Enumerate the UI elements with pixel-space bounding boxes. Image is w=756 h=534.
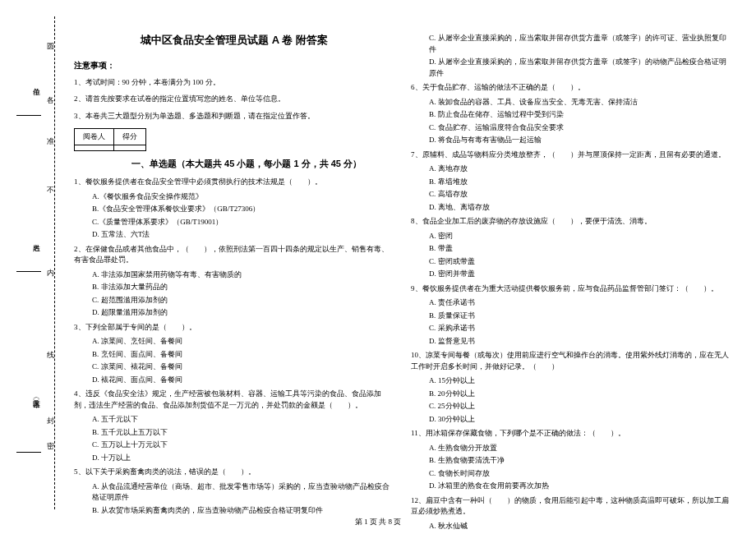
score-cell xyxy=(75,145,114,151)
q3-opt-a: A. 凉菜间、烹饪间、备餐间 xyxy=(92,336,394,348)
q3-stem: 3、下列全部属于专间的是（ ）。 xyxy=(74,322,394,334)
fill-line-1 xyxy=(16,115,41,116)
q10-opt-a: A. 15分钟以上 xyxy=(429,375,731,387)
q7-opt-b: B. 靠墙堆放 xyxy=(429,177,731,188)
q9-stem: 9、餐饮服务提供者在为重大活动提供餐饮服务前，应与食品药品监督管部门签订：（ ）… xyxy=(411,283,731,295)
score-header-reviewer: 阅卷人 xyxy=(75,129,114,145)
q6-stem: 6、关于食品贮存、运输的做法不正确的是（ ）。 xyxy=(411,82,731,94)
section-1-title: 一、单选题（本大题共 45 小题，每小题 1 分，共 45 分） xyxy=(131,158,394,170)
fill-line-3 xyxy=(16,452,41,453)
q3-opt-d: D. 裱花间、面点间、备餐间 xyxy=(92,375,394,386)
q1-opt-c: C.《质量管理体系要求》（GB/T19001） xyxy=(92,217,394,228)
q4-stem: 4、违反《食品安全法》规定，生产经营被包装材料、容器、运输工具等污染的食品、食品… xyxy=(74,389,394,411)
margin-char-2: 各 xyxy=(45,90,56,99)
page-footer: 第 1 页 共 8 页 xyxy=(0,517,756,527)
q2-stem: 2、在保健食品或者其他食品中，（ ），依照刑法第一百四十四条的规定以生产、销售有… xyxy=(74,244,394,266)
margin-char-3: 准 xyxy=(45,131,56,140)
q2-opt-d: D. 超限量滥用添加剂的 xyxy=(92,307,394,319)
margin-top-char: 圆 xyxy=(45,37,56,45)
q5-opt-d: D. 从屠宰企业直接采购的，应当索取并留存供货方盖章（或签字）的动物产品检疫合格… xyxy=(429,57,731,79)
q11-opt-c: C. 食物长时间存放 xyxy=(429,468,731,480)
q2-opt-a: A. 非法添加国家禁用药物等有毒、有害物质的 xyxy=(92,269,394,281)
q11-opt-a: A. 生熟食物分开放置 xyxy=(429,443,731,454)
q8-opt-d: D. 密闭并带盖 xyxy=(429,269,731,280)
q7-opt-a: A. 离地存放 xyxy=(429,163,731,175)
score-table: 阅卷人 得分 xyxy=(74,128,146,151)
q7-stem: 7、原辅料、成品等物料应分类堆放整齐，（ ）并与屋顶保持一定距离，且留有必要的通… xyxy=(411,150,731,161)
q10-opt-c: C. 25分钟以上 xyxy=(429,401,731,412)
score-header-score: 得分 xyxy=(114,129,146,145)
q7-opt-c: C. 高墙存放 xyxy=(429,189,731,200)
notice-item: 3、本卷共三大题型分别为单选题、多选题和判断题，请在指定位置作答。 xyxy=(74,110,394,122)
q11-opt-d: D. 冰箱里的熟食在食用前要再次加热 xyxy=(429,481,731,492)
q9-opt-a: A. 责任承诺书 xyxy=(429,297,731,309)
q11-opt-b: B. 生熟食物要清洗干净 xyxy=(429,455,731,467)
q1-opt-b: B.《食品安全管理体系餐饮业要求》（GB/T27306） xyxy=(92,204,394,215)
q1-opt-d: D. 五常法、六T法 xyxy=(92,229,394,241)
notice-item: 1、考试时间：90 分钟，本卷满分为 100 分。 xyxy=(74,76,394,88)
q2-opt-b: B. 非法添加大量药品的 xyxy=(92,282,394,293)
score-cell xyxy=(114,145,146,151)
margin-bottom-char: 密 xyxy=(45,435,56,444)
q1-opt-a: A.《餐饮服务食品安全操作规范》 xyxy=(92,191,394,203)
left-column: 城中区食品安全管理员试题 A 卷 附答案 注意事项： 1、考试时间：90 分钟，… xyxy=(66,8,403,509)
q9-opt-b: B. 质量保证书 xyxy=(429,311,731,322)
q8-opt-c: C. 密闭或带盖 xyxy=(429,256,731,268)
q4-opt-b: B. 五千元以上五万以下 xyxy=(92,427,394,439)
notice-item: 2、请首先按要求在试卷的指定位置填写您的姓名、单位等信息。 xyxy=(74,93,394,104)
q4-opt-c: C. 五万以上十万元以下 xyxy=(92,440,394,451)
page-content: 城中区食品安全管理员试题 A 卷 附答案 注意事项： 1、考试时间：90 分钟，… xyxy=(0,0,756,509)
q5-opt-a: A. 从食品流通经营单位（商场、超市、批发零售市场等）采购的，应当查验动物产品检… xyxy=(92,481,394,504)
q9-opt-d: D. 监督意见书 xyxy=(429,336,731,348)
notice-heading: 注意事项： xyxy=(74,60,394,71)
q10-stem: 10、凉菜专间每餐（或每次）使用前应进行空气和操作台的消毒。使用紫外线灯消毒的，… xyxy=(411,350,731,372)
q4-opt-d: D. 十万以上 xyxy=(92,453,394,464)
q6-opt-d: D. 将食品与有毒有害物品一起运输 xyxy=(429,135,731,146)
right-column: C. 从屠宰企业直接采购的，应当索取并留存供货方盖章（或签字）的许可证、营业执照… xyxy=(403,8,740,509)
q6-opt-b: B. 防止食品在储存、运输过程中受到污染 xyxy=(429,109,731,121)
q7-opt-d: D. 离地、离墙存放 xyxy=(429,202,731,214)
q12-stem: 12、扁豆中含有一种叫（ ）的物质，食用后能引起中毒，这种物质高温即可破坏，所以… xyxy=(411,495,731,518)
q6-opt-a: A. 装卸食品的容器、工具、设备应当安全、无毒无害、保持清洁 xyxy=(429,97,731,108)
q11-stem: 11、用冰箱保存保藏食物，下列哪个是不正确的做法：（ ）。 xyxy=(411,428,731,440)
binding-margin: 圆 各 准 单位 姓名 市（区县） 不 内 线 封 密 xyxy=(0,0,62,534)
q3-opt-c: C. 凉菜间、裱花间、备餐间 xyxy=(92,361,394,373)
q4-opt-a: A. 五千元以下 xyxy=(92,414,394,426)
q5-stem: 5、以下关于采购畜禽肉类的说法，错误的是（ ）。 xyxy=(74,467,394,478)
q1-stem: 1、餐饮服务提供者在食品安全管理中必须贯彻执行的技术法规是（ ）。 xyxy=(74,177,394,188)
q8-opt-b: B. 带盖 xyxy=(429,243,731,255)
q8-stem: 8、食品企业加工后的废弃物的存放设施应（ ），要便于清洗、消毒。 xyxy=(411,216,731,228)
q6-opt-c: C. 食品贮存、运输温度符合食品安全要求 xyxy=(429,122,731,134)
q5-opt-c: C. 从屠宰企业直接采购的，应当索取并留存供货方盖章（或签字）的许可证、营业执照… xyxy=(429,33,731,55)
q3-opt-b: B. 烹饪间、面点间、备餐间 xyxy=(92,349,394,361)
q5-opt-b: B. 从农贸市场采购畜禽肉类的，应当查验动物产品检疫合格证明复印件 xyxy=(92,505,394,517)
q8-opt-a: A. 密闭 xyxy=(429,231,731,242)
exam-title: 城中区食品安全管理员试题 A 卷 附答案 xyxy=(74,33,394,48)
q10-opt-d: D. 30分钟以上 xyxy=(429,414,731,426)
q9-opt-c: C. 采购承诺书 xyxy=(429,323,731,334)
q2-opt-c: C. 超范围滥用添加剂的 xyxy=(92,295,394,306)
q10-opt-b: B. 20分钟以上 xyxy=(429,389,731,400)
fill-line-2 xyxy=(16,271,41,272)
